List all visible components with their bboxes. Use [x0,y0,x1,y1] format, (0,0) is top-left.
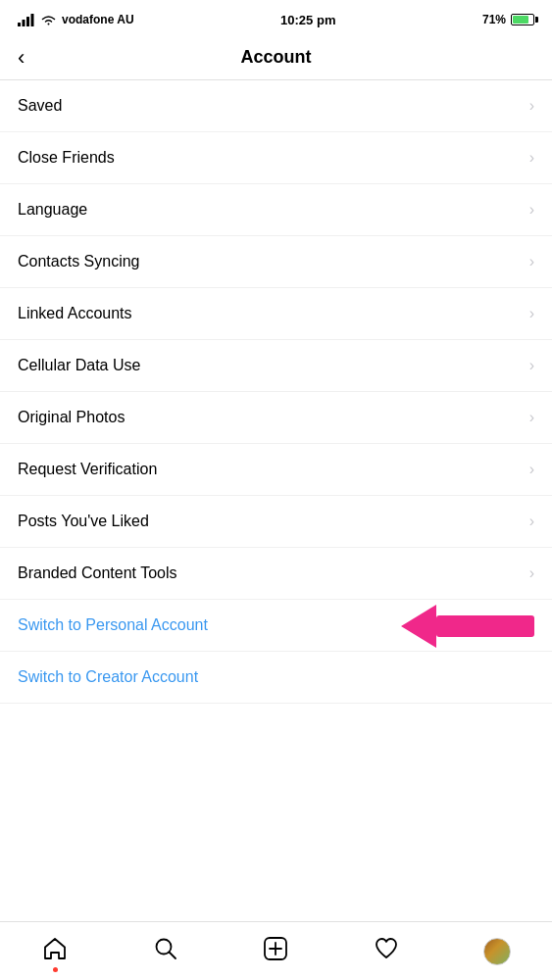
menu-item-label-saved: Saved [18,97,62,115]
menu-item-contacts-syncing[interactable]: Contacts Syncing › [0,236,552,288]
svg-rect-0 [18,23,21,26]
status-bar: vodafone AU 10:25 pm 71% [0,0,552,35]
home-icon [42,936,68,967]
tab-add[interactable] [221,922,331,980]
menu-item-label-branded-content-tools: Branded Content Tools [18,564,176,582]
svg-line-5 [169,952,176,958]
page-title: Account [241,47,312,68]
status-carrier: vodafone AU [18,13,134,26]
menu-item-label-original-photos: Original Photos [18,409,125,426]
status-battery: 71% [482,13,534,26]
status-time: 10:25 pm [280,13,335,27]
tab-profile[interactable] [441,922,552,980]
chevron-icon-original-photos: › [529,409,534,426]
content-area: Saved › Close Friends › Language › Conta… [0,80,552,704]
chevron-icon-close-friends: › [529,149,534,167]
tab-bar [0,921,552,980]
tab-home[interactable] [0,922,111,980]
menu-item-branded-content-tools[interactable]: Branded Content Tools › [0,548,552,600]
menu-item-label-request-verification: Request Verification [18,461,157,478]
arrow-body [436,615,534,637]
menu-item-label-language: Language [18,201,87,219]
home-tab-dot [53,967,58,972]
chevron-icon-cellular-data-use: › [529,357,534,374]
chevron-icon-posts-youve-liked: › [529,513,534,530]
add-icon [263,936,288,967]
chevron-icon-saved: › [529,97,534,115]
chevron-icon-request-verification: › [529,461,534,478]
menu-item-linked-accounts[interactable]: Linked Accounts › [0,288,552,340]
switch-personal-container: Switch to Personal Account [0,600,552,652]
menu-item-original-photos[interactable]: Original Photos › [0,392,552,444]
wifi-icon [40,14,57,26]
nav-header: ‹ Account [0,35,552,80]
svg-rect-3 [31,14,34,26]
tab-search[interactable] [111,922,222,980]
svg-rect-1 [23,20,25,26]
menu-item-posts-youve-liked[interactable]: Posts You've Liked › [0,496,552,548]
menu-item-label-close-friends: Close Friends [18,149,115,167]
menu-item-request-verification[interactable]: Request Verification › [0,444,552,496]
pink-arrow-annotation [401,605,534,648]
avatar [483,938,511,965]
arrow-head [401,605,436,648]
battery-icon [511,14,534,25]
switch-to-creator-label: Switch to Creator Account [18,668,198,686]
battery-percent: 71% [482,13,506,26]
heart-icon [374,936,399,967]
battery-fill [513,16,528,24]
switch-to-creator-button[interactable]: Switch to Creator Account [0,652,552,704]
menu-item-label-cellular-data-use: Cellular Data Use [18,357,140,374]
switch-to-personal-label: Switch to Personal Account [18,616,208,634]
chevron-icon-language: › [529,201,534,219]
menu-item-label-posts-youve-liked: Posts You've Liked [18,513,149,530]
menu-item-cellular-data-use[interactable]: Cellular Data Use › [0,340,552,392]
menu-item-label-linked-accounts: Linked Accounts [18,305,132,322]
menu-item-saved[interactable]: Saved › [0,80,552,132]
menu-item-language[interactable]: Language › [0,184,552,236]
back-button[interactable]: ‹ [18,47,25,69]
carrier-label: vodafone AU [62,13,134,26]
chevron-icon-branded-content-tools: › [529,564,534,582]
svg-rect-2 [26,17,29,26]
menu-item-close-friends[interactable]: Close Friends › [0,132,552,184]
search-icon [153,936,178,967]
chevron-icon-linked-accounts: › [529,305,534,322]
menu-item-label-contacts-syncing: Contacts Syncing [18,253,140,270]
tab-heart[interactable] [331,922,442,980]
chevron-icon-contacts-syncing: › [529,253,534,270]
menu-list: Saved › Close Friends › Language › Conta… [0,80,552,600]
signal-icon [18,14,35,26]
